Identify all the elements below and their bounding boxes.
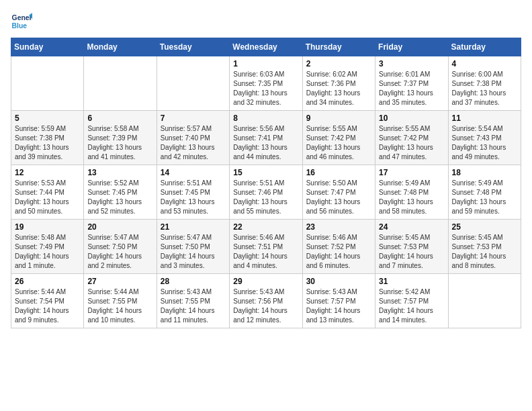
day-number: 29 — [233, 277, 298, 286]
calendar-cell: 4Sunrise: 6:00 AM Sunset: 7:38 PM Daylig… — [448, 56, 521, 111]
day-info: Sunrise: 5:44 AM Sunset: 7:54 PM Dayligh… — [15, 287, 80, 325]
calendar-cell: 8Sunrise: 5:56 AM Sunset: 7:41 PM Daylig… — [230, 111, 302, 165]
day-info: Sunrise: 5:43 AM Sunset: 7:55 PM Dayligh… — [161, 287, 226, 325]
day-info: Sunrise: 5:56 AM Sunset: 7:41 PM Dayligh… — [233, 124, 298, 162]
calendar-cell: 1Sunrise: 6:03 AM Sunset: 7:35 PM Daylig… — [230, 56, 302, 111]
day-number: 2 — [306, 59, 371, 68]
day-number: 13 — [87, 168, 152, 177]
day-number: 8 — [233, 113, 298, 123]
day-number: 18 — [452, 168, 517, 177]
day-number: 24 — [379, 222, 444, 232]
day-info: Sunrise: 5:45 AM Sunset: 7:53 PM Dayligh… — [452, 233, 517, 271]
calendar-cell: 3Sunrise: 6:01 AM Sunset: 7:37 PM Daylig… — [375, 56, 448, 111]
weekday-header-saturday: Saturday — [448, 38, 521, 56]
day-number: 1 — [233, 59, 298, 68]
day-info: Sunrise: 5:50 AM Sunset: 7:47 PM Dayligh… — [306, 179, 371, 216]
calendar-cell: 26Sunrise: 5:44 AM Sunset: 7:54 PM Dayli… — [11, 274, 84, 328]
day-number: 14 — [161, 168, 226, 177]
day-number: 30 — [306, 277, 371, 286]
day-info: Sunrise: 5:45 AM Sunset: 7:53 PM Dayligh… — [379, 233, 444, 271]
day-info: Sunrise: 5:48 AM Sunset: 7:49 PM Dayligh… — [15, 233, 80, 271]
calendar-cell: 20Sunrise: 5:47 AM Sunset: 7:50 PM Dayli… — [84, 220, 157, 274]
day-number: 9 — [306, 113, 371, 123]
day-number: 19 — [15, 222, 80, 232]
day-info: Sunrise: 5:55 AM Sunset: 7:42 PM Dayligh… — [379, 124, 444, 162]
calendar-cell: 7Sunrise: 5:57 AM Sunset: 7:40 PM Daylig… — [157, 111, 229, 165]
calendar-cell: 31Sunrise: 5:42 AM Sunset: 7:57 PM Dayli… — [375, 274, 448, 328]
calendar-cell: 27Sunrise: 5:44 AM Sunset: 7:55 PM Dayli… — [84, 274, 157, 328]
weekday-header-tuesday: Tuesday — [157, 38, 229, 56]
calendar-cell: 11Sunrise: 5:54 AM Sunset: 7:43 PM Dayli… — [448, 111, 521, 165]
week-row-5: 26Sunrise: 5:44 AM Sunset: 7:54 PM Dayli… — [11, 274, 521, 328]
calendar-cell: 9Sunrise: 5:55 AM Sunset: 7:42 PM Daylig… — [302, 111, 375, 165]
day-info: Sunrise: 5:59 AM Sunset: 7:38 PM Dayligh… — [15, 124, 80, 162]
calendar-cell: 18Sunrise: 5:49 AM Sunset: 7:48 PM Dayli… — [448, 165, 521, 220]
day-info: Sunrise: 5:43 AM Sunset: 7:56 PM Dayligh… — [233, 287, 298, 325]
calendar-table: SundayMondayTuesdayWednesdayThursdayFrid… — [11, 38, 521, 328]
logo-icon: General Blue — [11, 11, 32, 32]
day-info: Sunrise: 5:51 AM Sunset: 7:46 PM Dayligh… — [233, 179, 298, 216]
calendar-cell — [11, 56, 84, 111]
day-info: Sunrise: 5:53 AM Sunset: 7:44 PM Dayligh… — [15, 179, 80, 216]
day-number: 10 — [379, 113, 444, 123]
day-info: Sunrise: 5:47 AM Sunset: 7:50 PM Dayligh… — [161, 233, 226, 271]
day-number: 7 — [161, 113, 226, 123]
calendar-cell: 15Sunrise: 5:51 AM Sunset: 7:46 PM Dayli… — [230, 165, 302, 220]
day-number: 22 — [233, 222, 298, 232]
logo: General Blue — [11, 11, 32, 32]
day-number: 16 — [306, 168, 371, 177]
day-info: Sunrise: 5:55 AM Sunset: 7:42 PM Dayligh… — [306, 124, 371, 162]
week-row-1: 1Sunrise: 6:03 AM Sunset: 7:35 PM Daylig… — [11, 56, 521, 111]
day-info: Sunrise: 5:58 AM Sunset: 7:39 PM Dayligh… — [87, 124, 152, 162]
day-number: 21 — [161, 222, 226, 232]
svg-text:General: General — [12, 14, 32, 21]
page-header: General Blue — [11, 11, 521, 32]
calendar-cell: 10Sunrise: 5:55 AM Sunset: 7:42 PM Dayli… — [375, 111, 448, 165]
calendar-cell: 6Sunrise: 5:58 AM Sunset: 7:39 PM Daylig… — [84, 111, 157, 165]
calendar-cell: 30Sunrise: 5:43 AM Sunset: 7:57 PM Dayli… — [302, 274, 375, 328]
day-number: 28 — [161, 277, 226, 286]
calendar-cell: 24Sunrise: 5:45 AM Sunset: 7:53 PM Dayli… — [375, 220, 448, 274]
week-row-4: 19Sunrise: 5:48 AM Sunset: 7:49 PM Dayli… — [11, 220, 521, 274]
day-info: Sunrise: 5:43 AM Sunset: 7:57 PM Dayligh… — [306, 287, 371, 325]
weekday-header-thursday: Thursday — [302, 38, 375, 56]
calendar-cell: 23Sunrise: 5:46 AM Sunset: 7:52 PM Dayli… — [302, 220, 375, 274]
day-number: 17 — [379, 168, 444, 177]
calendar-cell: 22Sunrise: 5:46 AM Sunset: 7:51 PM Dayli… — [230, 220, 302, 274]
calendar-cell: 17Sunrise: 5:49 AM Sunset: 7:48 PM Dayli… — [375, 165, 448, 220]
day-info: Sunrise: 6:03 AM Sunset: 7:35 PM Dayligh… — [233, 70, 298, 107]
day-number: 23 — [306, 222, 371, 232]
weekday-header-sunday: Sunday — [11, 38, 84, 56]
weekday-header-monday: Monday — [84, 38, 157, 56]
day-number: 31 — [379, 277, 444, 286]
calendar-cell: 5Sunrise: 5:59 AM Sunset: 7:38 PM Daylig… — [11, 111, 84, 165]
day-number: 3 — [379, 59, 444, 68]
day-info: Sunrise: 5:52 AM Sunset: 7:45 PM Dayligh… — [87, 179, 152, 216]
day-number: 15 — [233, 168, 298, 177]
calendar-cell: 29Sunrise: 5:43 AM Sunset: 7:56 PM Dayli… — [230, 274, 302, 328]
calendar-cell — [157, 56, 229, 111]
calendar-cell: 16Sunrise: 5:50 AM Sunset: 7:47 PM Dayli… — [302, 165, 375, 220]
day-info: Sunrise: 5:49 AM Sunset: 7:48 PM Dayligh… — [379, 179, 444, 216]
calendar-cell: 2Sunrise: 6:02 AM Sunset: 7:36 PM Daylig… — [302, 56, 375, 111]
day-info: Sunrise: 5:49 AM Sunset: 7:48 PM Dayligh… — [452, 179, 517, 216]
day-number: 4 — [452, 59, 517, 68]
day-number: 5 — [15, 113, 80, 123]
day-number: 26 — [15, 277, 80, 286]
day-number: 27 — [87, 277, 152, 286]
day-info: Sunrise: 5:42 AM Sunset: 7:57 PM Dayligh… — [379, 287, 444, 325]
calendar-cell: 21Sunrise: 5:47 AM Sunset: 7:50 PM Dayli… — [157, 220, 229, 274]
day-number: 20 — [87, 222, 152, 232]
calendar-cell: 13Sunrise: 5:52 AM Sunset: 7:45 PM Dayli… — [84, 165, 157, 220]
day-info: Sunrise: 6:00 AM Sunset: 7:38 PM Dayligh… — [452, 70, 517, 107]
day-info: Sunrise: 5:46 AM Sunset: 7:52 PM Dayligh… — [306, 233, 371, 271]
calendar-cell: 19Sunrise: 5:48 AM Sunset: 7:49 PM Dayli… — [11, 220, 84, 274]
day-info: Sunrise: 5:47 AM Sunset: 7:50 PM Dayligh… — [87, 233, 152, 271]
day-number: 11 — [452, 113, 517, 123]
calendar-cell — [84, 56, 157, 111]
day-info: Sunrise: 6:02 AM Sunset: 7:36 PM Dayligh… — [306, 70, 371, 107]
calendar-cell: 12Sunrise: 5:53 AM Sunset: 7:44 PM Dayli… — [11, 165, 84, 220]
calendar-cell: 25Sunrise: 5:45 AM Sunset: 7:53 PM Dayli… — [448, 220, 521, 274]
week-row-2: 5Sunrise: 5:59 AM Sunset: 7:38 PM Daylig… — [11, 111, 521, 165]
day-info: Sunrise: 6:01 AM Sunset: 7:37 PM Dayligh… — [379, 70, 444, 107]
